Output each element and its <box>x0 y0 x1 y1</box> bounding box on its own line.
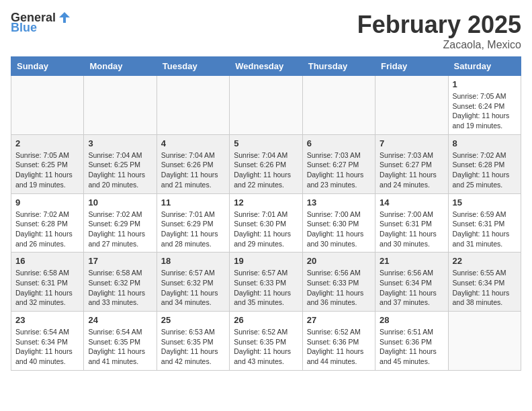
calendar-cell: 9Sunrise: 7:02 AM Sunset: 6:28 PM Daylig… <box>11 193 84 253</box>
day-number: 24 <box>88 315 152 325</box>
week-row-4: 16Sunrise: 6:58 AM Sunset: 6:31 PM Dayli… <box>11 253 521 312</box>
day-number: 4 <box>161 138 225 148</box>
day-number: 28 <box>380 315 443 325</box>
calendar-cell: 24Sunrise: 6:54 AM Sunset: 6:35 PM Dayli… <box>84 312 157 371</box>
calendar-cell: 28Sunrise: 6:51 AM Sunset: 6:36 PM Dayli… <box>375 312 448 371</box>
weekday-header-thursday: Thursday <box>302 57 375 76</box>
day-info: Sunrise: 6:56 AM Sunset: 6:34 PM Dayligh… <box>380 268 443 308</box>
day-number: 13 <box>307 197 371 208</box>
day-info: Sunrise: 7:05 AM Sunset: 6:24 PM Dayligh… <box>453 91 517 131</box>
calendar-cell <box>302 76 375 135</box>
weekday-header-saturday: Saturday <box>448 57 521 76</box>
day-number: 26 <box>234 315 298 325</box>
day-number: 22 <box>453 256 517 266</box>
weekday-header-sunday: Sunday <box>11 57 84 76</box>
day-info: Sunrise: 7:04 AM Sunset: 6:26 PM Dayligh… <box>234 150 298 190</box>
day-info: Sunrise: 6:52 AM Sunset: 6:36 PM Dayligh… <box>307 327 371 367</box>
calendar-cell: 16Sunrise: 6:58 AM Sunset: 6:31 PM Dayli… <box>11 253 84 312</box>
day-number: 10 <box>88 197 152 208</box>
weekday-header-row: SundayMondayTuesdayWednesdayThursdayFrid… <box>11 57 521 76</box>
calendar-cell: 15Sunrise: 6:59 AM Sunset: 6:31 PM Dayli… <box>448 193 521 253</box>
day-info: Sunrise: 6:58 AM Sunset: 6:32 PM Dayligh… <box>88 268 152 308</box>
weekday-header-tuesday: Tuesday <box>157 57 229 76</box>
day-number: 27 <box>307 315 371 325</box>
day-number: 21 <box>380 256 443 266</box>
calendar-cell: 22Sunrise: 6:55 AM Sunset: 6:34 PM Dayli… <box>448 253 521 312</box>
weekday-header-friday: Friday <box>375 57 448 76</box>
day-number: 19 <box>234 256 298 266</box>
day-number: 9 <box>15 197 79 208</box>
day-info: Sunrise: 7:01 AM Sunset: 6:29 PM Dayligh… <box>161 210 225 249</box>
day-number: 17 <box>88 256 152 266</box>
day-info: Sunrise: 6:57 AM Sunset: 6:33 PM Dayligh… <box>234 268 298 308</box>
logo-icon <box>57 10 72 25</box>
month-year-title: February 2025 <box>357 11 521 39</box>
calendar-cell: 17Sunrise: 6:58 AM Sunset: 6:32 PM Dayli… <box>84 253 157 312</box>
day-info: Sunrise: 7:03 AM Sunset: 6:27 PM Dayligh… <box>307 150 371 190</box>
day-number: 25 <box>161 315 225 325</box>
logo-blue: Blue <box>11 21 37 35</box>
day-info: Sunrise: 6:52 AM Sunset: 6:35 PM Dayligh… <box>234 327 298 367</box>
calendar-cell <box>11 76 84 135</box>
day-info: Sunrise: 7:02 AM Sunset: 6:28 PM Dayligh… <box>15 210 79 249</box>
calendar-cell: 5Sunrise: 7:04 AM Sunset: 6:26 PM Daylig… <box>230 134 302 193</box>
day-number: 16 <box>15 256 79 266</box>
day-info: Sunrise: 6:53 AM Sunset: 6:35 PM Dayligh… <box>161 327 225 367</box>
day-number: 3 <box>88 138 152 148</box>
day-number: 20 <box>307 256 371 266</box>
calendar-cell: 27Sunrise: 6:52 AM Sunset: 6:36 PM Dayli… <box>302 312 375 371</box>
day-number: 2 <box>15 138 79 148</box>
calendar-cell: 2Sunrise: 7:05 AM Sunset: 6:25 PM Daylig… <box>11 134 84 193</box>
day-info: Sunrise: 7:01 AM Sunset: 6:30 PM Dayligh… <box>234 210 298 249</box>
day-info: Sunrise: 6:54 AM Sunset: 6:35 PM Dayligh… <box>88 327 152 367</box>
day-info: Sunrise: 7:04 AM Sunset: 6:25 PM Dayligh… <box>88 150 152 190</box>
calendar-cell <box>375 76 448 135</box>
day-number: 7 <box>380 138 443 148</box>
day-info: Sunrise: 7:00 AM Sunset: 6:30 PM Dayligh… <box>307 210 371 249</box>
week-row-2: 2Sunrise: 7:05 AM Sunset: 6:25 PM Daylig… <box>11 134 521 193</box>
week-row-5: 23Sunrise: 6:54 AM Sunset: 6:34 PM Dayli… <box>11 312 521 371</box>
day-number: 5 <box>234 138 298 148</box>
day-info: Sunrise: 7:05 AM Sunset: 6:25 PM Dayligh… <box>15 150 79 190</box>
day-info: Sunrise: 6:51 AM Sunset: 6:36 PM Dayligh… <box>380 327 443 367</box>
calendar-cell: 10Sunrise: 7:02 AM Sunset: 6:29 PM Dayli… <box>84 193 157 253</box>
logo: General Blue <box>11 11 72 35</box>
day-number: 1 <box>453 79 517 89</box>
day-info: Sunrise: 6:56 AM Sunset: 6:33 PM Dayligh… <box>307 268 371 308</box>
calendar-cell: 11Sunrise: 7:01 AM Sunset: 6:29 PM Dayli… <box>157 193 229 253</box>
calendar-cell: 14Sunrise: 7:00 AM Sunset: 6:31 PM Dayli… <box>375 193 448 253</box>
day-number: 14 <box>380 197 443 208</box>
title-section: February 2025 Zacaola, Mexico <box>357 11 521 51</box>
calendar-cell: 7Sunrise: 7:03 AM Sunset: 6:27 PM Daylig… <box>375 134 448 193</box>
day-number: 8 <box>453 138 517 148</box>
day-info: Sunrise: 7:02 AM Sunset: 6:29 PM Dayligh… <box>88 210 152 249</box>
calendar-cell: 8Sunrise: 7:02 AM Sunset: 6:28 PM Daylig… <box>448 134 521 193</box>
calendar-cell: 1Sunrise: 7:05 AM Sunset: 6:24 PM Daylig… <box>448 76 521 135</box>
day-info: Sunrise: 7:04 AM Sunset: 6:26 PM Dayligh… <box>161 150 225 190</box>
calendar-cell: 26Sunrise: 6:52 AM Sunset: 6:35 PM Dayli… <box>230 312 302 371</box>
calendar-cell: 20Sunrise: 6:56 AM Sunset: 6:33 PM Dayli… <box>302 253 375 312</box>
calendar-cell: 25Sunrise: 6:53 AM Sunset: 6:35 PM Dayli… <box>157 312 229 371</box>
calendar-cell: 6Sunrise: 7:03 AM Sunset: 6:27 PM Daylig… <box>302 134 375 193</box>
day-number: 11 <box>161 197 225 208</box>
day-info: Sunrise: 7:00 AM Sunset: 6:31 PM Dayligh… <box>380 210 443 249</box>
calendar-cell: 4Sunrise: 7:04 AM Sunset: 6:26 PM Daylig… <box>157 134 229 193</box>
calendar-cell: 13Sunrise: 7:00 AM Sunset: 6:30 PM Dayli… <box>302 193 375 253</box>
calendar-cell <box>230 76 302 135</box>
day-number: 15 <box>453 197 517 208</box>
day-number: 6 <box>307 138 371 148</box>
calendar-cell <box>448 312 521 371</box>
day-number: 23 <box>15 315 79 325</box>
day-info: Sunrise: 6:54 AM Sunset: 6:34 PM Dayligh… <box>15 327 79 367</box>
day-info: Sunrise: 7:02 AM Sunset: 6:28 PM Dayligh… <box>453 150 517 190</box>
calendar-cell: 3Sunrise: 7:04 AM Sunset: 6:25 PM Daylig… <box>84 134 157 193</box>
day-number: 12 <box>234 197 298 208</box>
weekday-header-wednesday: Wednesday <box>230 57 302 76</box>
day-info: Sunrise: 7:03 AM Sunset: 6:27 PM Dayligh… <box>380 150 443 190</box>
calendar-cell: 19Sunrise: 6:57 AM Sunset: 6:33 PM Dayli… <box>230 253 302 312</box>
calendar-cell: 12Sunrise: 7:01 AM Sunset: 6:30 PM Dayli… <box>230 193 302 253</box>
day-number: 18 <box>161 256 225 266</box>
day-info: Sunrise: 6:59 AM Sunset: 6:31 PM Dayligh… <box>453 210 517 249</box>
calendar-cell: 23Sunrise: 6:54 AM Sunset: 6:34 PM Dayli… <box>11 312 84 371</box>
header: General Blue February 2025 Zacaola, Mexi… <box>11 11 521 51</box>
